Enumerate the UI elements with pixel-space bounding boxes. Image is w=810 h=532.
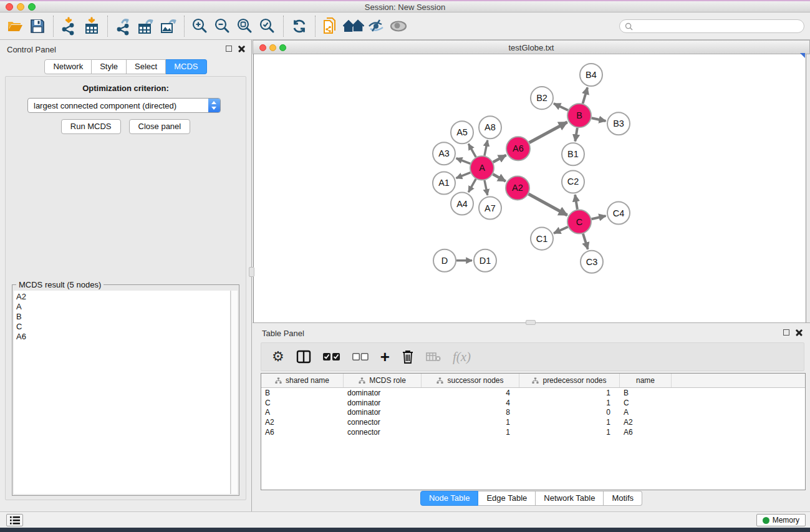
- node-A5[interactable]: A5: [451, 121, 473, 143]
- unselect-all-columns-icon[interactable]: [352, 347, 369, 366]
- table-cell[interactable]: A2: [620, 418, 672, 427]
- node-A2[interactable]: A2: [506, 176, 529, 200]
- edge-B-B4[interactable]: [583, 87, 587, 104]
- search-input[interactable]: [633, 21, 804, 32]
- table-cell[interactable]: 4: [422, 389, 519, 397]
- birdseye-corner-icon[interactable]: [800, 53, 805, 58]
- tab-node-table[interactable]: Node Table: [420, 491, 479, 506]
- tab-motifs[interactable]: Motifs: [604, 491, 642, 506]
- edge-C-C1[interactable]: [554, 227, 568, 233]
- criterion-select[interactable]: largest connected component (directed): [27, 98, 221, 113]
- zoom-fit-button[interactable]: [234, 15, 256, 37]
- vertical-splitter-grip[interactable]: [249, 267, 254, 277]
- table-cell[interactable]: dominator: [344, 408, 422, 417]
- node-C2[interactable]: C2: [562, 170, 584, 193]
- show-panels-list-button[interactable]: [6, 514, 23, 526]
- edge-B-B3[interactable]: [592, 118, 606, 121]
- table-cell[interactable]: dominator: [344, 399, 422, 407]
- node-B2[interactable]: B2: [531, 87, 553, 109]
- table-cell[interactable]: connector: [344, 428, 422, 437]
- import-table-button[interactable]: [80, 15, 103, 37]
- float-panel-icon[interactable]: [226, 46, 232, 52]
- table-cell[interactable]: 1: [422, 428, 519, 437]
- node-B1[interactable]: B1: [562, 143, 584, 165]
- horizontal-splitter-grip[interactable]: [526, 320, 536, 325]
- table-row[interactable]: Adominator80A: [261, 407, 805, 417]
- network-canvas[interactable]: B4B2BB3A8A5A6A3B1AC2A1A2A4A7C4CC1DD1C3: [253, 54, 806, 359]
- table-cell[interactable]: A6: [261, 428, 344, 437]
- table-cell[interactable]: C: [620, 399, 672, 407]
- export-network-button[interactable]: [112, 15, 135, 37]
- close-panel-icon[interactable]: [796, 329, 803, 336]
- edge-A-A6[interactable]: [493, 155, 506, 162]
- edge-A-A4[interactable]: [468, 179, 476, 192]
- open-session-button[interactable]: [4, 15, 26, 37]
- column-header-shared-name[interactable]: shared name: [261, 374, 344, 387]
- table-cell[interactable]: dominator: [344, 389, 422, 397]
- node-C[interactable]: C: [567, 210, 591, 234]
- network-window-titlebar[interactable]: testGlobe.txt: [253, 40, 810, 54]
- create-column-icon[interactable]: +: [380, 347, 390, 366]
- edge-A-A1[interactable]: [456, 173, 471, 178]
- select-stepper-icon[interactable]: [208, 99, 220, 112]
- edge-A-A7[interactable]: [485, 180, 488, 195]
- export-table-button[interactable]: [135, 15, 157, 37]
- table-cell[interactable]: A2: [261, 418, 344, 427]
- table-cell[interactable]: 0: [519, 408, 620, 417]
- import-network-button[interactable]: [58, 15, 80, 37]
- zoom-in-button[interactable]: [189, 15, 211, 37]
- table-row[interactable]: Bdominator41B: [261, 388, 805, 398]
- mcds-result-scrollbar[interactable]: [231, 291, 238, 494]
- node-table[interactable]: shared nameMCDS rolesuccessor nodesprede…: [261, 373, 806, 490]
- node-D[interactable]: D: [433, 249, 456, 272]
- edge-B-B1[interactable]: [575, 128, 577, 142]
- node-A8[interactable]: A8: [479, 116, 501, 138]
- delete-column-trash-icon[interactable]: [402, 347, 414, 366]
- node-A7[interactable]: A7: [479, 196, 501, 219]
- destroy-network-button[interactable]: [342, 15, 365, 37]
- mcds-result-item[interactable]: A: [16, 302, 230, 312]
- table-row[interactable]: A6connector11A6: [261, 427, 805, 437]
- node-C4[interactable]: C4: [607, 201, 630, 224]
- table-row[interactable]: A2connector11A2: [261, 417, 805, 427]
- node-A1[interactable]: A1: [433, 172, 455, 194]
- edge-A-A3[interactable]: [456, 158, 471, 164]
- edge-A-A2[interactable]: [493, 174, 505, 181]
- column-header-predecessor-nodes[interactable]: predecessor nodes: [519, 374, 620, 387]
- table-cell[interactable]: 1: [519, 428, 620, 437]
- node-B4[interactable]: B4: [580, 64, 602, 86]
- birds-eye-view-button[interactable]: [387, 15, 410, 37]
- edge-A2-C[interactable]: [529, 194, 567, 215]
- run-mcds-button[interactable]: Run MCDS: [61, 119, 121, 134]
- node-C1[interactable]: C1: [531, 228, 553, 250]
- tab-mcds[interactable]: MCDS: [166, 59, 206, 74]
- tab-network[interactable]: Network: [44, 59, 92, 74]
- float-panel-icon[interactable]: [783, 329, 789, 336]
- table-cell[interactable]: A6: [620, 428, 672, 437]
- edge-A-A5[interactable]: [468, 144, 476, 157]
- table-cell[interactable]: B: [261, 389, 344, 397]
- mcds-result-item[interactable]: C: [16, 322, 230, 332]
- table-cell[interactable]: B: [620, 389, 672, 397]
- refresh-button[interactable]: [288, 15, 311, 37]
- column-header-successor-nodes[interactable]: successor nodes: [422, 374, 519, 387]
- node-A[interactable]: A: [470, 156, 494, 180]
- tab-network-table[interactable]: Network Table: [536, 491, 604, 506]
- table-cell[interactable]: 1: [519, 418, 620, 427]
- network-graph[interactable]: B4B2BB3A8A5A6A3B1AC2A1A2A4A7C4CC1DD1C3: [254, 54, 806, 358]
- table-cell[interactable]: C: [261, 399, 344, 407]
- table-cell[interactable]: 1: [422, 418, 519, 427]
- mcds-result-list[interactable]: A2ABCA6: [14, 291, 231, 494]
- table-cell[interactable]: 1: [519, 399, 620, 407]
- close-panel-button[interactable]: Close panel: [129, 119, 191, 134]
- table-cell[interactable]: connector: [344, 418, 422, 427]
- tab-select[interactable]: Select: [127, 59, 166, 74]
- edge-B-B2[interactable]: [554, 104, 568, 110]
- edge-A6-B[interactable]: [529, 122, 567, 143]
- mcds-result-item[interactable]: A6: [16, 332, 230, 342]
- tab-edge-table[interactable]: Edge Table: [478, 491, 536, 506]
- node-B3[interactable]: B3: [607, 112, 630, 135]
- zoom-selected-button[interactable]: [256, 15, 279, 37]
- edge-A-A8[interactable]: [485, 140, 488, 156]
- graphics-details-button[interactable]: [365, 15, 387, 37]
